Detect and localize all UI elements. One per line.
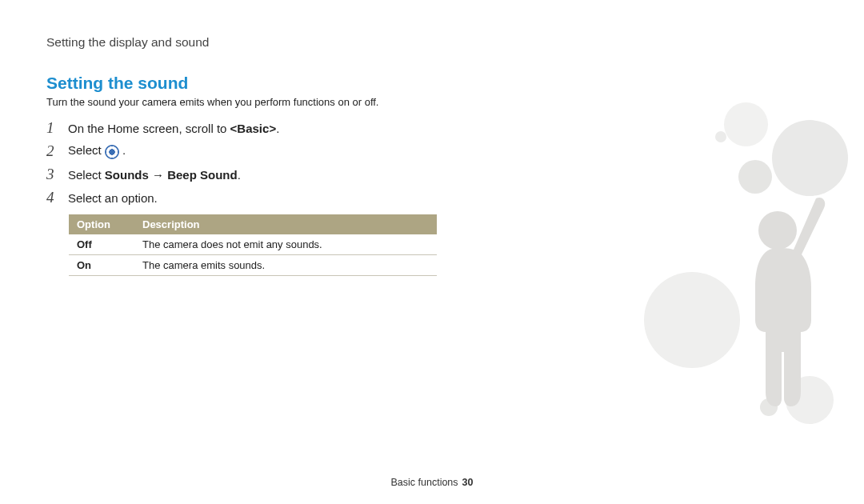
- step-number: 3: [46, 166, 59, 183]
- section-heading: Setting the sound: [46, 74, 818, 93]
- step-number: 4: [46, 189, 59, 206]
- footer-section: Basic functions: [391, 477, 458, 488]
- step-prefix: Select: [68, 168, 105, 182]
- breadcrumb: Setting the display and sound: [46, 35, 818, 50]
- bubble-icon: [760, 398, 778, 416]
- table-header-description: Description: [134, 214, 437, 234]
- step-item: 2 Select .: [46, 142, 818, 160]
- svg-point-0: [758, 211, 797, 250]
- step-item: 1 On the Home screen, scroll to <Basic>.: [46, 119, 818, 137]
- table-row: On The camera emits sounds.: [69, 255, 437, 276]
- description-cell: The camera emits sounds.: [134, 255, 437, 276]
- table-header-option: Option: [69, 214, 134, 234]
- table-row: Off The camera does not emit any sounds.: [69, 234, 437, 255]
- step-text: Select .: [68, 143, 818, 158]
- page-number: 30: [462, 477, 474, 488]
- bubble-icon: [644, 272, 740, 368]
- step-number: 1: [46, 119, 59, 137]
- step-bold: <Basic>: [230, 122, 277, 135]
- step-prefix: On the Home screen, scroll to: [68, 122, 230, 135]
- step-text: Select an option.: [68, 191, 818, 205]
- step-suffix: .: [238, 168, 241, 182]
- step-suffix: .: [276, 122, 279, 135]
- step-item: 3 Select Sounds → Beep Sound.: [46, 166, 818, 183]
- step-text: On the Home screen, scroll to <Basic>.: [68, 122, 818, 135]
- beep-sound-icon: [105, 145, 119, 159]
- page-footer: Basic functions30: [0, 477, 864, 488]
- bubble-icon: [786, 376, 834, 424]
- step-text: Select Sounds → Beep Sound.: [68, 168, 818, 182]
- step-number: 2: [46, 142, 59, 160]
- option-cell: On: [69, 255, 134, 276]
- description-cell: The camera does not emit any sounds.: [134, 234, 437, 255]
- step-list: 1 On the Home screen, scroll to <Basic>.…: [46, 119, 818, 206]
- option-cell: Off: [69, 234, 134, 255]
- step-suffix: .: [122, 143, 126, 157]
- step-item: 4 Select an option.: [46, 189, 818, 206]
- section-description: Turn the sound your camera emits when yo…: [46, 96, 818, 108]
- child-silhouette-icon: [722, 192, 834, 416]
- options-table: Option Description Off The camera does n…: [69, 214, 437, 276]
- step-prefix: Select: [68, 143, 105, 157]
- step-bold: Sounds → Beep Sound: [105, 168, 238, 182]
